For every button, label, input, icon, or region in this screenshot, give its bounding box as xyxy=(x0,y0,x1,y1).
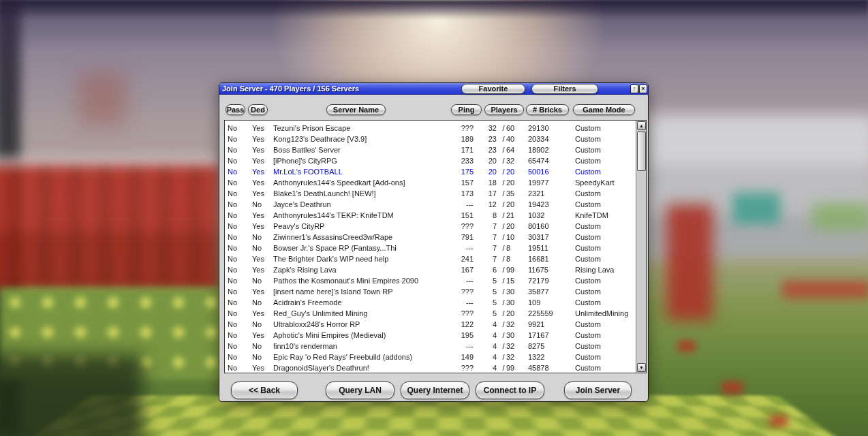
table-row[interactable]: NoYesAnthonyrules144's TEKP: KnifeTDM151… xyxy=(226,210,635,221)
cell-pcur: 20 xyxy=(479,166,497,177)
cell-ping: ??? xyxy=(454,286,474,297)
cell-pmax: 10 xyxy=(506,232,527,243)
cell-bricks: 2321 xyxy=(528,188,572,199)
cell-ping: 791 xyxy=(454,232,474,243)
background-teal-block xyxy=(732,193,780,224)
cell-bricks: 17167 xyxy=(528,330,572,341)
scroll-down-button[interactable]: ▼ xyxy=(637,363,646,372)
cell-ded: Yes xyxy=(252,264,271,275)
cell-pmax: 30 xyxy=(506,297,527,308)
cell-mode: Custom xyxy=(575,144,635,155)
filters-button[interactable]: Filters xyxy=(531,84,598,94)
cell-ded: Yes xyxy=(252,188,271,199)
favorite-button[interactable]: Favorite xyxy=(461,84,525,94)
query-internet-button[interactable]: Query Internet xyxy=(401,382,469,399)
cell-pcur: 20 xyxy=(479,155,497,166)
table-row[interactable]: NoYesBlake1's DeathLaunch! [NEW!]17317/3… xyxy=(226,188,635,199)
column-header-pass[interactable]: Pass xyxy=(226,104,245,115)
table-row[interactable]: NoYes[insert name here]'s Island Town RP… xyxy=(226,286,635,297)
cell-pass: No xyxy=(228,352,247,362)
background-red-band xyxy=(782,281,868,298)
table-row[interactable]: NoNoBowser Jr.'s Space RP (Fantasy...Thi… xyxy=(226,243,635,253)
cell-name: Mr.LoL's FOOTBALL xyxy=(273,166,452,177)
table-row[interactable]: NoYesAnthonyrules144's Speedkart [Add-on… xyxy=(226,177,635,188)
table-row[interactable]: NoYesPeavy's CityRP???7/2080160Custom xyxy=(226,221,635,232)
cell-name: Blake1's DeathLaunch! [NEW!] xyxy=(273,188,452,199)
scroll-up-button[interactable]: ▲ xyxy=(637,121,646,130)
cell-bricks: 19977 xyxy=(528,177,572,188)
cell-pcur: 4 xyxy=(479,330,497,341)
cell-name: finn10's renderman xyxy=(273,341,452,352)
close-button[interactable]: × xyxy=(639,84,647,93)
cell-bricks: 9921 xyxy=(528,319,572,330)
table-row[interactable]: NoNoZiwinner1's AssasinsCreed3w/Rape7917… xyxy=(226,232,635,243)
cell-ping: ??? xyxy=(454,123,474,134)
cell-pass: No xyxy=(228,264,247,275)
column-header-game-mode[interactable]: Game Mode xyxy=(573,104,635,115)
background-red-hint xyxy=(78,72,126,126)
table-row[interactable]: NoNoEpic Ray 'o Red Rays' Freebuild (add… xyxy=(226,352,635,362)
cell-bricks: 1032 xyxy=(528,210,572,221)
cell-pass: No xyxy=(228,297,247,308)
cell-mode: Custom xyxy=(575,330,635,341)
window-title: Join Server - 470 Players / 156 Servers xyxy=(222,83,359,95)
cell-name: Red_Guy's Unlimited Mining xyxy=(273,308,452,319)
scroll-up-icon: ▲ xyxy=(639,123,644,128)
table-row[interactable]: NoYesKong123's Deathrace [V3.9]18923/402… xyxy=(226,134,635,144)
table-row[interactable]: NoNoJayce's Deathrun---12/2019423Custom xyxy=(226,199,635,210)
table-row[interactable]: NoYesZapk's Rising Lava1676/9911675Risin… xyxy=(226,264,635,275)
background-bottom-shadow xyxy=(0,354,143,436)
cell-name: DragonoidSlayer's Deathrun! xyxy=(273,362,452,372)
background-red-brick-3 xyxy=(770,416,788,426)
cell-bricks: 80160 xyxy=(528,221,572,232)
table-row[interactable]: NoYesAphotic's Mini Empires (Medieval)19… xyxy=(226,330,635,341)
query-lan-button[interactable]: Query LAN xyxy=(326,382,394,399)
cell-pcur: 32 xyxy=(479,123,497,134)
cell-pmax: 30 xyxy=(506,286,527,297)
back-button[interactable]: << Back xyxy=(231,382,298,399)
cell-bricks: 225559 xyxy=(528,308,572,319)
column-header-players[interactable]: Players xyxy=(484,104,524,115)
server-table: NoYesTezuni's Prison Escape???32/6029130… xyxy=(224,120,647,373)
connect-to-ip-button[interactable]: Connect to IP xyxy=(476,382,544,399)
scrollbar-thumb[interactable] xyxy=(637,131,646,171)
cell-ded: No xyxy=(252,319,271,330)
table-row[interactable]: NoYesMr.LoL's FOOTBALL17520/2050016Custo… xyxy=(226,166,635,177)
cell-mode: UnlimitedMining xyxy=(575,308,635,319)
table-row[interactable]: NoYesDragonoidSlayer's Deathrun!???4/994… xyxy=(226,362,635,372)
cell-pmax: 8 xyxy=(506,243,527,253)
table-row[interactable]: NoYesThe Brighter Dark's WIP need help24… xyxy=(226,253,635,264)
cell-ping: --- xyxy=(454,243,474,253)
column-header-ping[interactable]: Ping xyxy=(451,104,482,115)
table-row[interactable]: NoYesBoss Battles' Server17123/6418902Cu… xyxy=(226,144,635,155)
cell-pcur: 4 xyxy=(479,341,497,352)
cell-pass: No xyxy=(228,232,247,243)
join-server-button[interactable]: Join Server xyxy=(564,382,632,399)
table-row[interactable]: NoYesTezuni's Prison Escape???32/6029130… xyxy=(226,123,635,134)
table-row[interactable]: NoNoUltrabloxx248's Horror RP1224/329921… xyxy=(226,319,635,330)
cell-pass: No xyxy=(228,123,247,134)
column-header-server-name[interactable]: Server Name xyxy=(326,104,386,115)
cell-ded: No xyxy=(252,275,271,286)
table-row[interactable]: NoNoPathos the Kosmonaut's Mini Empires … xyxy=(226,275,635,286)
cell-ping: --- xyxy=(454,199,474,210)
table-row[interactable]: NoNofinn10's renderman---4/328275Custom xyxy=(226,341,635,352)
cell-pcur: 5 xyxy=(479,286,497,297)
cell-ping: ??? xyxy=(454,308,474,319)
maximize-button[interactable]: ↑ xyxy=(630,84,638,93)
scrollbar[interactable]: ▲ ▼ xyxy=(636,121,646,373)
window-titlebar[interactable]: Join Server - 470 Players / 156 Servers … xyxy=(219,83,648,95)
cell-bricks: 19511 xyxy=(528,243,572,253)
cell-pass: No xyxy=(228,308,247,319)
server-rows: NoYesTezuni's Prison Escape???32/6029130… xyxy=(226,121,635,372)
cell-bricks: 45878 xyxy=(528,362,572,372)
cell-ded: Yes xyxy=(252,166,271,177)
cell-pcur: 4 xyxy=(479,319,497,330)
cell-bricks: 20334 xyxy=(528,134,572,144)
table-row[interactable]: NoNoAcidrain's Freemode---5/30109Custom xyxy=(226,297,635,308)
table-row[interactable]: NoYesRed_Guy's Unlimited Mining???5/2022… xyxy=(226,308,635,319)
cell-bricks: 1322 xyxy=(528,352,572,362)
column-header-ded[interactable]: Ded xyxy=(248,104,268,115)
column-header-bricks[interactable]: # Bricks xyxy=(526,104,569,115)
table-row[interactable]: NoYes[iPhone]'s CityRPG23320/3265474Cust… xyxy=(226,155,635,166)
